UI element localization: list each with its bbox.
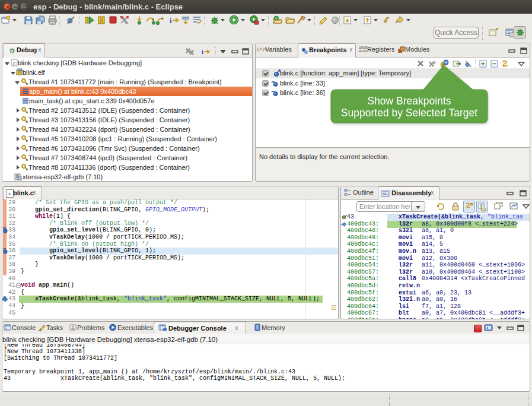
svg-text:i: i [170,16,172,25]
svg-text:c: c [13,60,16,66]
svg-text:i: i [202,48,203,55]
svg-text:c: c [9,191,11,196]
